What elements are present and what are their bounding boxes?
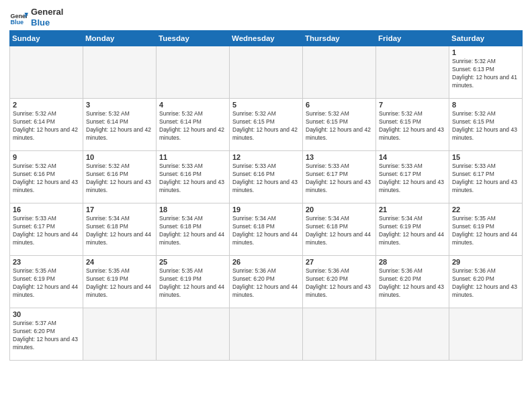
calendar-cell: 25Sunrise: 5:35 AMSunset: 6:19 PMDayligh… <box>157 256 230 308</box>
day-number: 20 <box>306 205 373 214</box>
weekday-header-saturday: Saturday <box>449 31 523 46</box>
logo-icon: General Blue <box>9 8 28 27</box>
weekday-header-wednesday: Wednesday <box>230 31 303 46</box>
day-number: 3 <box>86 101 153 109</box>
calendar-cell: 6Sunrise: 5:32 AMSunset: 6:15 PMDaylight… <box>303 99 376 151</box>
calendar-cell <box>449 308 523 361</box>
calendar-cell <box>303 46 376 99</box>
calendar-cell: 21Sunrise: 5:34 AMSunset: 6:19 PMDayligh… <box>376 203 449 256</box>
day-info: Sunrise: 5:32 AMSunset: 6:14 PMDaylight:… <box>13 110 80 142</box>
day-info: Sunrise: 5:36 AMSunset: 6:20 PMDaylight:… <box>306 267 373 300</box>
calendar-cell: 3Sunrise: 5:32 AMSunset: 6:14 PMDaylight… <box>83 99 157 151</box>
day-number: 15 <box>452 153 519 161</box>
day-info: Sunrise: 5:35 AMSunset: 6:19 PMDaylight:… <box>13 267 80 300</box>
calendar-cell: 13Sunrise: 5:33 AMSunset: 6:17 PMDayligh… <box>303 151 376 203</box>
day-number: 8 <box>452 101 519 109</box>
calendar: SundayMondayTuesdayWednesdayThursdayFrid… <box>9 30 523 361</box>
calendar-cell: 7Sunrise: 5:32 AMSunset: 6:15 PMDaylight… <box>376 99 449 151</box>
day-info: Sunrise: 5:33 AMSunset: 6:17 PMDaylight:… <box>379 163 446 195</box>
day-number: 21 <box>379 205 446 214</box>
day-info: Sunrise: 5:32 AMSunset: 6:14 PMDaylight:… <box>159 110 226 142</box>
day-number: 2 <box>13 101 80 109</box>
weekday-header-friday: Friday <box>376 31 449 46</box>
day-number: 25 <box>159 258 226 266</box>
day-number: 4 <box>159 101 226 109</box>
calendar-cell: 4Sunrise: 5:32 AMSunset: 6:14 PMDaylight… <box>157 99 230 151</box>
day-number: 5 <box>232 101 300 109</box>
page: General Blue General Blue SundayMondayTu… <box>0 0 532 411</box>
day-info: Sunrise: 5:32 AMSunset: 6:15 PMDaylight:… <box>306 110 373 142</box>
day-number: 6 <box>306 101 373 109</box>
day-number: 23 <box>13 258 80 266</box>
calendar-cell: 26Sunrise: 5:36 AMSunset: 6:20 PMDayligh… <box>230 256 303 308</box>
calendar-cell: 16Sunrise: 5:33 AMSunset: 6:17 PMDayligh… <box>10 203 83 256</box>
day-info: Sunrise: 5:34 AMSunset: 6:19 PMDaylight:… <box>379 215 446 247</box>
calendar-cell: 27Sunrise: 5:36 AMSunset: 6:20 PMDayligh… <box>303 256 376 308</box>
calendar-cell: 18Sunrise: 5:34 AMSunset: 6:18 PMDayligh… <box>157 203 230 256</box>
day-number: 29 <box>452 258 519 266</box>
svg-text:Blue: Blue <box>10 18 24 25</box>
weekday-row: SundayMondayTuesdayWednesdayThursdayFrid… <box>10 31 523 46</box>
day-number: 28 <box>379 258 446 266</box>
day-info: Sunrise: 5:34 AMSunset: 6:18 PMDaylight:… <box>159 215 226 247</box>
day-number: 24 <box>86 258 153 266</box>
calendar-week-2: 2Sunrise: 5:32 AMSunset: 6:14 PMDaylight… <box>10 99 523 151</box>
calendar-cell: 8Sunrise: 5:32 AMSunset: 6:15 PMDaylight… <box>449 99 523 151</box>
calendar-week-1: 1Sunrise: 5:32 AMSunset: 6:13 PMDaylight… <box>10 46 523 99</box>
calendar-cell <box>376 308 449 361</box>
calendar-cell: 15Sunrise: 5:33 AMSunset: 6:17 PMDayligh… <box>449 151 523 203</box>
calendar-cell <box>230 308 303 361</box>
day-info: Sunrise: 5:32 AMSunset: 6:15 PMDaylight:… <box>452 110 519 142</box>
calendar-cell: 17Sunrise: 5:34 AMSunset: 6:18 PMDayligh… <box>83 203 157 256</box>
day-number: 17 <box>86 205 153 214</box>
day-info: Sunrise: 5:33 AMSunset: 6:16 PMDaylight:… <box>232 163 300 195</box>
day-number: 26 <box>232 258 300 266</box>
day-number: 7 <box>379 101 446 109</box>
calendar-cell <box>157 46 230 99</box>
day-info: Sunrise: 5:34 AMSunset: 6:18 PMDaylight:… <box>232 215 300 247</box>
day-info: Sunrise: 5:32 AMSunset: 6:16 PMDaylight:… <box>13 163 80 195</box>
day-info: Sunrise: 5:35 AMSunset: 6:19 PMDaylight:… <box>452 215 519 247</box>
day-number: 9 <box>13 153 80 161</box>
weekday-header-sunday: Sunday <box>10 31 83 46</box>
day-info: Sunrise: 5:35 AMSunset: 6:19 PMDaylight:… <box>159 267 226 300</box>
day-info: Sunrise: 5:32 AMSunset: 6:15 PMDaylight:… <box>379 110 446 142</box>
calendar-cell: 24Sunrise: 5:35 AMSunset: 6:19 PMDayligh… <box>83 256 157 308</box>
day-number: 12 <box>232 153 300 161</box>
calendar-cell: 22Sunrise: 5:35 AMSunset: 6:19 PMDayligh… <box>449 203 523 256</box>
day-number: 10 <box>86 153 153 161</box>
day-number: 16 <box>13 205 80 214</box>
calendar-cell <box>83 308 157 361</box>
calendar-cell: 23Sunrise: 5:35 AMSunset: 6:19 PMDayligh… <box>10 256 83 308</box>
day-number: 14 <box>379 153 446 161</box>
day-number: 22 <box>452 205 519 214</box>
calendar-cell <box>303 308 376 361</box>
weekday-header-monday: Monday <box>83 31 157 46</box>
day-number: 27 <box>306 258 373 266</box>
day-number: 13 <box>306 153 373 161</box>
day-number: 1 <box>452 48 519 56</box>
logo: General Blue General Blue <box>9 7 63 28</box>
calendar-header: SundayMondayTuesdayWednesdayThursdayFrid… <box>10 31 523 46</box>
day-info: Sunrise: 5:35 AMSunset: 6:19 PMDaylight:… <box>86 267 153 300</box>
calendar-cell: 12Sunrise: 5:33 AMSunset: 6:16 PMDayligh… <box>230 151 303 203</box>
day-number: 30 <box>13 310 80 318</box>
day-info: Sunrise: 5:32 AMSunset: 6:15 PMDaylight:… <box>232 110 300 142</box>
calendar-cell <box>10 46 83 99</box>
day-info: Sunrise: 5:32 AMSunset: 6:14 PMDaylight:… <box>86 110 153 142</box>
calendar-cell: 28Sunrise: 5:36 AMSunset: 6:20 PMDayligh… <box>376 256 449 308</box>
day-number: 11 <box>159 153 226 161</box>
calendar-week-6: 30Sunrise: 5:37 AMSunset: 6:20 PMDayligh… <box>10 308 523 361</box>
day-info: Sunrise: 5:33 AMSunset: 6:17 PMDaylight:… <box>13 215 80 247</box>
weekday-header-tuesday: Tuesday <box>157 31 230 46</box>
day-info: Sunrise: 5:36 AMSunset: 6:20 PMDaylight:… <box>379 267 446 300</box>
day-info: Sunrise: 5:33 AMSunset: 6:17 PMDaylight:… <box>306 163 373 195</box>
calendar-cell: 5Sunrise: 5:32 AMSunset: 6:15 PMDaylight… <box>230 99 303 151</box>
day-number: 19 <box>232 205 300 214</box>
day-info: Sunrise: 5:34 AMSunset: 6:18 PMDaylight:… <box>86 215 153 247</box>
calendar-week-5: 23Sunrise: 5:35 AMSunset: 6:19 PMDayligh… <box>10 256 523 308</box>
calendar-week-4: 16Sunrise: 5:33 AMSunset: 6:17 PMDayligh… <box>10 203 523 256</box>
calendar-cell: 1Sunrise: 5:32 AMSunset: 6:13 PMDaylight… <box>449 46 523 99</box>
header: General Blue General Blue <box>9 7 523 28</box>
day-info: Sunrise: 5:36 AMSunset: 6:20 PMDaylight:… <box>452 267 519 300</box>
